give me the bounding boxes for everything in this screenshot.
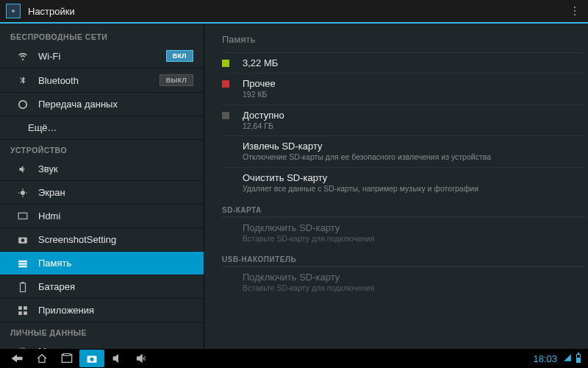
svg-point-1 (21, 191, 25, 195)
sidebar-item-label: Батарея (38, 281, 193, 292)
storage-item-mount-sd: Подключить SD-карту Вставьте SD-карту дл… (222, 217, 585, 249)
svg-rect-17 (63, 353, 70, 355)
sidebar-item-sound[interactable]: Звук (0, 158, 204, 181)
battery-icon (16, 282, 29, 292)
storage-title: Подключить SD-карту (243, 272, 374, 283)
category-device: УСТРОЙСТВО (0, 140, 204, 158)
storage-title: Подключить SD-карту (243, 222, 374, 233)
storage-icon (16, 258, 29, 269)
system-nav-bar: 18:03 (0, 349, 588, 368)
sidebar-item-label: Память (38, 258, 193, 269)
app-icon (6, 4, 21, 18)
bluetooth-toggle[interactable]: ВЫКЛ (159, 74, 193, 86)
storage-subtitle: 192 КБ (243, 90, 276, 100)
camera-icon (16, 235, 29, 245)
wifi-icon (16, 51, 29, 61)
storage-subtitle: Вставьте SD-карту для подключения (243, 234, 374, 244)
spacer (222, 224, 229, 232)
svg-rect-6 (18, 263, 27, 264)
main-panel: Память 3,22 МБ Прочее 192 КБ Доступно 12… (204, 24, 588, 349)
sidebar-item-label: ScreenshotSetting (38, 234, 193, 245)
volume-up-button[interactable] (129, 350, 154, 367)
storage-item-erase[interactable]: Очистить SD-карту Удаляет все данные с S… (222, 167, 585, 199)
storage-item-single[interactable]: 3,22 МБ (222, 52, 585, 73)
sidebar-item-hdmi[interactable]: Hdmi (0, 205, 204, 228)
panel-title: Память (222, 29, 585, 52)
sound-icon (16, 164, 29, 174)
section-usb: USB-НАКОПИТЕЛЬ (222, 251, 585, 266)
hdmi-icon (16, 211, 29, 222)
wifi-toggle[interactable]: ВКЛ (166, 50, 193, 62)
overflow-menu-button[interactable] (567, 7, 582, 15)
sidebar-item-label: Bluetooth (38, 75, 159, 86)
svg-point-4 (21, 238, 25, 242)
spacer (222, 174, 229, 182)
sidebar-item-label: Передача данных (38, 99, 193, 110)
svg-point-0 (19, 100, 27, 108)
battery-icon (576, 354, 581, 363)
action-bar-title: Настройки (28, 6, 567, 17)
sidebar-item-location[interactable]: Мое местоположение (0, 340, 204, 349)
category-personal: ЛИЧНЫЕ ДАННЫЕ (0, 322, 204, 340)
sidebar-item-label: Hdmi (38, 210, 193, 222)
screenshot-button[interactable] (79, 350, 104, 367)
storage-item-other[interactable]: Прочее 192 КБ (222, 73, 585, 105)
svg-rect-2 (18, 213, 27, 219)
color-swatch (222, 112, 229, 119)
svg-point-15 (19, 347, 27, 349)
storage-subtitle: Вставьте SD-карту для подключения (243, 283, 374, 294)
sidebar-item-battery[interactable]: Батарея (0, 275, 204, 299)
spacer (222, 143, 229, 150)
storage-item-available[interactable]: Доступно 12,64 ГБ (222, 105, 585, 136)
bluetooth-icon (16, 75, 29, 85)
display-icon (16, 188, 29, 198)
location-icon (16, 347, 29, 350)
sidebar-item-label: Wi-Fi (38, 51, 166, 62)
back-button[interactable] (4, 350, 29, 367)
sidebar-item-label: Мое местоположение (38, 346, 193, 349)
color-swatch (222, 80, 229, 88)
settings-sidebar: БЕСПРОВОДНЫЕ СЕТИ Wi-Fi ВКЛ Bluetooth ВЫ… (0, 24, 204, 349)
volume-down-button[interactable] (104, 350, 129, 367)
sidebar-item-label: Звук (38, 163, 193, 174)
storage-subtitle: Отключение SD-карты для ее безопасного и… (243, 152, 491, 163)
storage-subtitle: 12,64 ГБ (243, 121, 284, 132)
sidebar-item-bluetooth[interactable]: Bluetooth ВЫКЛ (0, 68, 204, 93)
sidebar-item-storage[interactable]: Память (0, 252, 204, 275)
spacer (222, 274, 229, 281)
svg-point-19 (90, 357, 93, 361)
svg-rect-7 (18, 265, 27, 266)
storage-item-mount-usb: Подключить SD-карту Вставьте SD-карту дл… (222, 266, 585, 298)
signal-icon (563, 353, 572, 364)
storage-title: 3,22 МБ (243, 57, 278, 68)
sidebar-item-display[interactable]: Экран (0, 181, 204, 205)
sidebar-item-data-usage[interactable]: Передача данных (0, 93, 204, 116)
sidebar-item-label: Ещё… (28, 122, 193, 133)
clock[interactable]: 18:03 (533, 353, 557, 364)
data-usage-icon (16, 99, 29, 110)
storage-item-unmount[interactable]: Извлечь SD-карту Отключение SD-карты для… (222, 135, 585, 167)
svg-rect-13 (24, 311, 27, 315)
svg-rect-11 (24, 306, 27, 310)
section-sd-card: SD-КАРТА (222, 202, 585, 217)
sidebar-item-screenshot[interactable]: ScreenshotSetting (0, 228, 204, 252)
svg-rect-5 (18, 260, 27, 261)
sidebar-item-more[interactable]: Ещё… (0, 116, 204, 140)
recent-apps-button[interactable] (54, 350, 79, 367)
svg-rect-12 (18, 311, 22, 315)
category-wireless: БЕСПРОВОДНЫЕ СЕТИ (0, 26, 204, 44)
storage-title: Прочее (243, 78, 276, 89)
storage-title: Извлечь SD-карту (243, 141, 491, 152)
sidebar-item-apps[interactable]: Приложения (0, 299, 204, 322)
color-swatch (222, 60, 229, 67)
svg-rect-9 (21, 282, 24, 283)
sidebar-item-label: Экран (38, 187, 193, 198)
storage-title: Очистить SD-карту (243, 172, 478, 183)
home-button[interactable] (29, 350, 54, 367)
sidebar-item-wifi[interactable]: Wi-Fi ВКЛ (0, 44, 204, 68)
apps-icon (16, 305, 29, 316)
svg-rect-8 (21, 283, 26, 291)
storage-subtitle: Удаляет все данные с SD-карты, например … (243, 184, 478, 194)
action-bar: Настройки (0, 0, 588, 24)
content-area: БЕСПРОВОДНЫЕ СЕТИ Wi-Fi ВКЛ Bluetooth ВЫ… (0, 24, 588, 349)
